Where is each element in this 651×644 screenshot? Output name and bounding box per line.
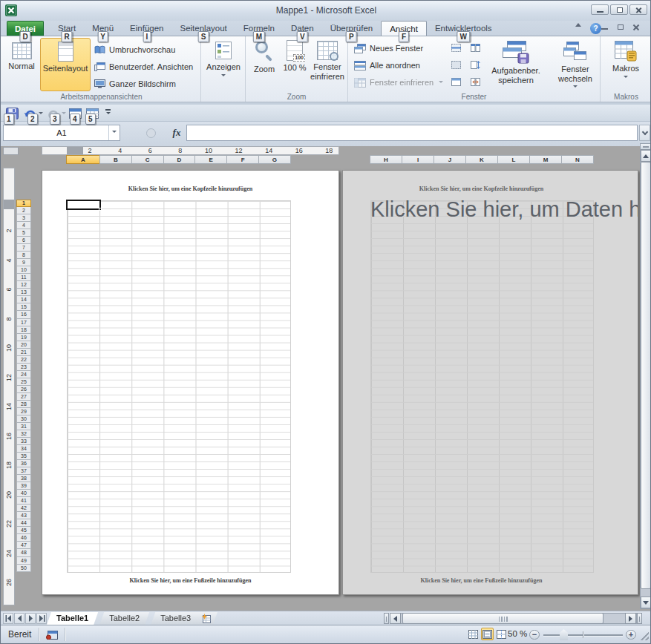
row-header-44[interactable]: 44 — [16, 519, 31, 527]
cell-grid[interactable] — [67, 200, 291, 573]
switch-windows-button[interactable]: Fenster wechseln — [553, 38, 598, 91]
column-header-h[interactable]: H — [370, 155, 402, 164]
add-data-hint[interactable]: Klicken Sie hier, um Daten h — [370, 197, 638, 222]
column-header-c[interactable]: C — [131, 155, 164, 164]
row-header-23[interactable]: 23 — [16, 364, 31, 371]
row-header-3[interactable]: 3 — [16, 214, 31, 222]
row-header-5[interactable]: 5 — [16, 229, 31, 237]
horizontal-split-handle[interactable] — [384, 613, 389, 624]
cell-grid[interactable] — [370, 200, 594, 573]
header-hint[interactable]: Klicken Sie hier, um eine Kopfzeile hinz… — [42, 185, 338, 192]
row-header-47[interactable]: 47 — [16, 542, 31, 549]
macros-button[interactable]: Makros — [607, 38, 644, 91]
row-header-38[interactable]: 38 — [16, 475, 31, 482]
show-dropdown-button[interactable]: Anzeigen — [203, 38, 243, 91]
name-box-dropdown[interactable] — [108, 125, 120, 140]
row-header-21[interactable]: 21 — [16, 349, 31, 356]
row-header-26[interactable]: 26 — [16, 386, 31, 393]
vertical-split-handle[interactable] — [641, 144, 651, 150]
formula-input[interactable] — [186, 125, 638, 141]
tab-seitenlayout[interactable]: SeitenlayoutS — [171, 21, 235, 36]
normal-view-button[interactable]: Normal — [4, 38, 39, 91]
name-box[interactable]: A1 — [3, 125, 120, 141]
column-header-n[interactable]: N — [561, 155, 594, 164]
column-header-f[interactable]: F — [226, 155, 259, 164]
hide-window-button[interactable] — [449, 59, 462, 70]
insert-function-button[interactable]: fx — [169, 127, 185, 140]
row-header-9[interactable]: 9 — [16, 259, 31, 266]
sheet-tab-tabelle2[interactable]: Tabelle2 — [99, 612, 149, 625]
vertical-scrollbar-thumb[interactable] — [641, 162, 651, 589]
column-header-b[interactable]: B — [99, 155, 132, 164]
row-header-48[interactable]: 48 — [16, 549, 31, 556]
row-header-13[interactable]: 13 — [16, 289, 31, 296]
zoom-in-button[interactable]: + — [626, 630, 636, 640]
freeze-panes-button[interactable]: Fenster einfrieren — [354, 75, 443, 90]
tab-überprüfen[interactable]: ÜberprüfenP — [322, 21, 382, 36]
tab-entwicklertools[interactable]: EntwicklertoolsW — [427, 21, 500, 36]
sheet-tab-tabelle3[interactable]: Tabelle3 — [151, 612, 200, 625]
zoom-100-button[interactable]: 100 100 % — [282, 38, 307, 91]
row-header-16[interactable]: 16 — [16, 311, 31, 318]
row-header-14[interactable]: 14 — [16, 296, 31, 303]
row-header-32[interactable]: 32 — [16, 430, 31, 438]
tab-formeln[interactable]: FormelnM — [235, 21, 283, 36]
row-header-45[interactable]: 45 — [16, 527, 31, 534]
row-header-1[interactable]: 1 — [16, 200, 31, 207]
view-page-break-button[interactable] — [495, 628, 508, 640]
column-header-a[interactable]: A — [66, 155, 100, 164]
workbook-minimize-button[interactable] — [600, 23, 610, 32]
row-header-19[interactable]: 19 — [16, 334, 31, 341]
synchronous-scrolling-button[interactable] — [468, 59, 482, 70]
new-window-button[interactable]: Neues Fenster — [354, 41, 423, 56]
row-header-22[interactable]: 22 — [16, 356, 31, 364]
row-header-42[interactable]: 42 — [16, 505, 31, 512]
row-header-39[interactable]: 39 — [16, 482, 31, 490]
full-screen-button[interactable]: Ganzer Bildschirm — [94, 76, 176, 91]
custom-views-button[interactable]: Benutzerdef. Ansichten — [94, 59, 193, 74]
reset-window-position-button[interactable] — [468, 76, 482, 88]
file-tab[interactable]: Datei D — [7, 21, 44, 36]
collapse-ribbon-button[interactable] — [575, 23, 581, 27]
workbook-close-button[interactable] — [631, 23, 641, 32]
expand-formula-bar-button[interactable] — [639, 125, 650, 141]
row-header-35[interactable]: 35 — [16, 453, 31, 460]
next-sheet-button[interactable] — [25, 613, 36, 624]
record-macro-button[interactable] — [44, 628, 60, 641]
tab-menü[interactable]: MenüY — [84, 21, 122, 36]
page-layout-view-button[interactable]: Seitenlayout — [40, 38, 91, 91]
select-all-corner[interactable] — [3, 147, 19, 155]
row-header-8[interactable]: 8 — [16, 252, 31, 259]
column-header-e[interactable]: E — [194, 155, 227, 164]
row-header-31[interactable]: 31 — [16, 423, 31, 430]
scroll-down-button[interactable] — [641, 597, 651, 608]
tab-split-handle[interactable] — [637, 613, 642, 624]
row-header-17[interactable]: 17 — [16, 319, 31, 326]
column-header-l[interactable]: L — [497, 155, 530, 164]
row-header-43[interactable]: 43 — [16, 512, 31, 519]
split-window-button[interactable] — [449, 42, 462, 53]
row-header-15[interactable]: 15 — [16, 303, 31, 311]
save-workspace-button[interactable]: Aufgabenber. speichern — [485, 38, 547, 91]
row-header-10[interactable]: 10 — [16, 266, 31, 274]
row-header-18[interactable]: 18 — [16, 326, 31, 334]
row-header-28[interactable]: 28 — [16, 401, 31, 408]
previous-sheet-button[interactable] — [14, 613, 24, 624]
tab-einfügen[interactable]: EinfügenI — [122, 21, 171, 36]
row-header-37[interactable]: 37 — [16, 467, 31, 475]
row-header-30[interactable]: 30 — [16, 415, 31, 423]
fill-handle[interactable] — [99, 208, 102, 211]
row-header-29[interactable]: 29 — [16, 408, 31, 415]
view-side-by-side-button[interactable] — [468, 42, 482, 53]
row-header-12[interactable]: 12 — [16, 281, 31, 289]
row-header-2[interactable]: 2 — [16, 207, 31, 214]
zoom-out-button[interactable]: − — [529, 630, 540, 640]
row-header-49[interactable]: 49 — [16, 557, 31, 565]
view-normal-button[interactable] — [467, 628, 480, 640]
row-header-4[interactable]: 4 — [16, 222, 31, 229]
restore-button[interactable] — [610, 4, 628, 15]
row-header-20[interactable]: 20 — [16, 341, 31, 349]
header-hint[interactable]: Klicken Sie hier, um eine Kopfzeile hinz… — [370, 185, 592, 192]
row-header-7[interactable]: 7 — [16, 244, 31, 252]
row-header-25[interactable]: 25 — [16, 378, 31, 386]
